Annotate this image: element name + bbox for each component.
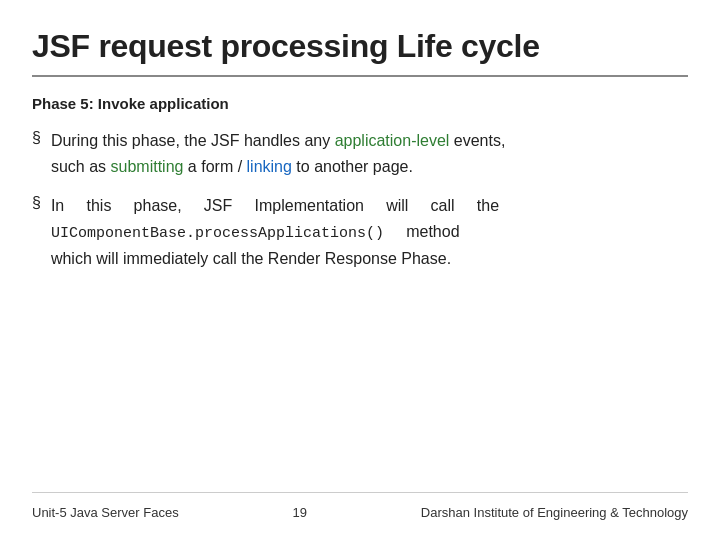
bullet-1-text: During this phase, the JSF handles any a… [51, 128, 505, 179]
link-application-level: application-level [335, 132, 450, 149]
title-divider [32, 75, 688, 77]
bullet-2-text: In this phase, JSF Implementation will c… [51, 193, 499, 271]
bullet-symbol-1: § [32, 129, 41, 147]
link-submitting: submitting [111, 158, 184, 175]
footer-center: 19 [293, 505, 307, 520]
content-area: § During this phase, the JSF handles any… [32, 128, 688, 492]
link-linking: linking [247, 158, 292, 175]
phase-label: Phase 5: Invoke application [32, 95, 688, 112]
code-method: UIComponentBase.processApplications() [51, 225, 384, 242]
bullet-symbol-2: § [32, 194, 41, 212]
slide-container: JSF request processing Life cycle Phase … [0, 0, 720, 540]
footer-left: Unit-5 Java Server Faces [32, 505, 179, 520]
bullet-2: § In this phase, JSF Implementation will… [32, 193, 688, 271]
slide-footer: Unit-5 Java Server Faces 19 Darshan Inst… [32, 492, 688, 520]
footer-right: Darshan Institute of Engineering & Techn… [421, 505, 688, 520]
bullet-1: § During this phase, the JSF handles any… [32, 128, 688, 179]
slide-title: JSF request processing Life cycle [32, 28, 688, 65]
